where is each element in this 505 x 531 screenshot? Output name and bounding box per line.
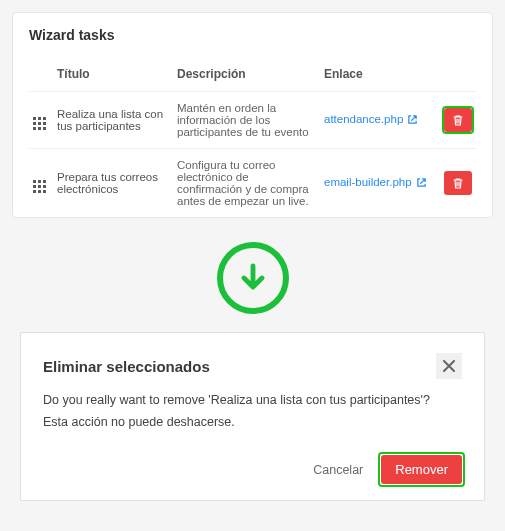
row-title: Realiza una lista con tus participantes — [53, 92, 173, 149]
remove-button[interactable]: Remover — [381, 455, 462, 484]
col-descripcion: Descripción — [173, 61, 320, 92]
tasks-table: Título Descripción Enlace Realiza una li… — [29, 61, 476, 217]
confirm-modal: Eliminar seleccionados Do you really wan… — [20, 332, 485, 501]
cancel-button[interactable]: Cancelar — [313, 463, 363, 477]
external-link-icon — [416, 177, 427, 190]
flow-arrow — [12, 218, 493, 332]
modal-message-2: Esta acción no puede deshacerse. — [43, 415, 462, 429]
modal-message-1: Do you really want to remove 'Realiza un… — [43, 393, 462, 407]
arrow-down-icon — [217, 242, 289, 314]
col-titulo: Título — [53, 61, 173, 92]
modal-title: Eliminar seleccionados — [43, 358, 210, 375]
row-description: Mantén en orden la información de los pa… — [173, 92, 320, 149]
delete-button[interactable] — [444, 171, 472, 195]
wizard-tasks-card: Wizard tasks Título Descripción Enlace R… — [12, 12, 493, 218]
table-row: Realiza una lista con tus participantesM… — [29, 92, 476, 149]
drag-handle-icon[interactable] — [33, 117, 46, 130]
drag-handle-icon[interactable] — [33, 180, 46, 193]
row-link[interactable]: email-builder.php — [324, 176, 412, 188]
row-description: Configura tu correo electrónico de confi… — [173, 149, 320, 218]
col-enlace: Enlace — [320, 61, 436, 92]
row-link[interactable]: attendance.php — [324, 113, 403, 125]
trash-icon — [452, 114, 464, 127]
card-title: Wizard tasks — [29, 27, 476, 43]
trash-icon — [452, 177, 464, 190]
row-title: Prepara tus correos electrónicos — [53, 149, 173, 218]
delete-button[interactable] — [444, 108, 472, 132]
external-link-icon — [407, 114, 418, 127]
table-row: Prepara tus correos electrónicosConfigur… — [29, 149, 476, 218]
close-icon[interactable] — [436, 353, 462, 379]
